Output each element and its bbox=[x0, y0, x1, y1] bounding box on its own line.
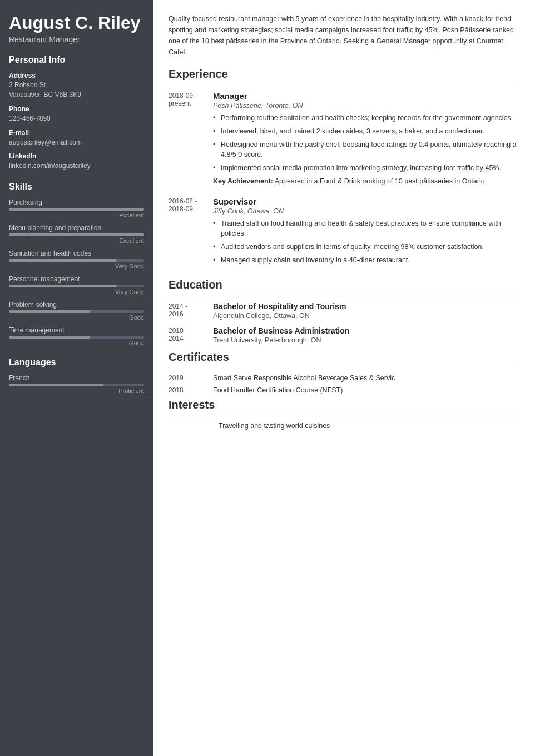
summary-text: Quality-focused restaurant manager with … bbox=[169, 13, 519, 58]
skill-level: Very Good bbox=[9, 289, 144, 295]
linkedin-label: LinkedIn bbox=[9, 152, 144, 160]
bullet-item: Interviewed, hired, and trained 2 kitche… bbox=[213, 126, 519, 137]
skill-name: Problem-solving bbox=[9, 301, 144, 309]
skill-bar-bg bbox=[9, 285, 144, 287]
skill-level: Very Good bbox=[9, 263, 144, 270]
bullet-item: Implemented social media promotion into … bbox=[213, 163, 519, 173]
skill-item: Purchasing Excellent bbox=[9, 198, 144, 218]
skill-bar-fill bbox=[9, 310, 90, 313]
skill-bar-fill bbox=[9, 208, 144, 211]
skill-bar-bg bbox=[9, 208, 144, 211]
job-title: Supervisor bbox=[213, 197, 519, 206]
interests-section-title: Interests bbox=[169, 399, 519, 414]
language-name: French bbox=[9, 374, 144, 382]
email-value: augustcriley@email.com bbox=[9, 138, 144, 147]
skill-item: Sanitation and health codes Very Good bbox=[9, 250, 144, 270]
skill-name: Menu planning and preparation bbox=[9, 224, 144, 232]
interests-text: Travelling and tasting world cuisines bbox=[219, 422, 519, 430]
job-title: Manager bbox=[213, 91, 519, 101]
education-entry: 2014 -2016 Bachelor of Hospitality and T… bbox=[169, 302, 519, 320]
skill-level: Excellent bbox=[9, 237, 144, 244]
skills-list: Purchasing Excellent Menu planning and p… bbox=[9, 198, 144, 346]
bullet-item: Managed supply chain and inventory in a … bbox=[213, 255, 519, 266]
skill-name: Sanitation and health codes bbox=[9, 250, 144, 257]
entry-date: 2016-08 -2018-09 bbox=[169, 197, 213, 268]
key-achievement: Key Achievement: Appeared in a Food & Dr… bbox=[213, 176, 519, 187]
bullets-list: Trained staff on food handling and healt… bbox=[213, 218, 519, 266]
email-label: E-mail bbox=[9, 129, 144, 137]
language-level: Proficient bbox=[9, 387, 144, 394]
languages-section-title: Languages bbox=[9, 357, 144, 367]
entry-date: 2018-09 -present bbox=[169, 91, 213, 187]
bullet-item: Trained staff on food handling and healt… bbox=[213, 218, 519, 240]
skills-section-title: Skills bbox=[9, 182, 144, 192]
skill-item: Menu planning and preparation Excellent bbox=[9, 224, 144, 244]
skill-bar-fill bbox=[9, 233, 144, 236]
candidate-name: August C. Riley bbox=[9, 13, 144, 33]
skill-name: Time management bbox=[9, 326, 144, 334]
bullet-item: Audited vendors and suppliers in terms o… bbox=[213, 242, 519, 252]
language-bar-fill bbox=[9, 384, 103, 386]
bullet-item: Performing routine sanitation and health… bbox=[213, 113, 519, 123]
skill-item: Problem-solving Good bbox=[9, 301, 144, 321]
certificates-section-title: Certificates bbox=[169, 351, 519, 366]
cert-year: 2018 bbox=[169, 386, 213, 394]
skill-bar-bg bbox=[9, 233, 144, 236]
skill-bar-fill bbox=[9, 259, 117, 262]
language-bar-bg bbox=[9, 384, 144, 386]
edu-content: Bachelor of Hospitality and Tourism Algo… bbox=[213, 302, 346, 320]
cert-name: Food Handler Certification Course (NFST) bbox=[213, 386, 343, 394]
edu-content: Bachelor of Business Administration Tren… bbox=[213, 326, 349, 344]
skill-item: Time management Good bbox=[9, 326, 144, 346]
phone-label: Phone bbox=[9, 105, 144, 113]
skill-level: Good bbox=[9, 314, 144, 321]
edu-school: Trent University, Peterborough, ON bbox=[213, 336, 349, 344]
education-list: 2014 -2016 Bachelor of Hospitality and T… bbox=[169, 302, 519, 344]
certificates-list: 2019 Smart Serve Responsible Alcohol Bev… bbox=[169, 374, 519, 394]
skill-level: Excellent bbox=[9, 212, 144, 218]
skill-bar-fill bbox=[9, 285, 117, 287]
entry-content: Manager Posh Pâtisserie, Toronto, ON Per… bbox=[213, 91, 519, 187]
edu-date: 2010 -2014 bbox=[169, 326, 213, 344]
phone-value: 123-456-7890 bbox=[9, 114, 144, 123]
personal-info-section-title: Personal Info bbox=[9, 55, 144, 65]
entry-content: Supervisor Jiffy Cook, Ottawa, ON Traine… bbox=[213, 197, 519, 268]
certificate-entry: 2018 Food Handler Certification Course (… bbox=[169, 386, 519, 394]
experience-section-title: Experience bbox=[169, 68, 519, 83]
edu-degree: Bachelor of Business Administration bbox=[213, 326, 349, 335]
company-name: Posh Pâtisserie, Toronto, ON bbox=[213, 102, 519, 110]
experience-list: 2018-09 -present Manager Posh Pâtisserie… bbox=[169, 91, 519, 268]
skill-bar-bg bbox=[9, 259, 144, 262]
skill-level: Good bbox=[9, 340, 144, 346]
experience-entry: 2018-09 -present Manager Posh Pâtisserie… bbox=[169, 91, 519, 187]
edu-degree: Bachelor of Hospitality and Tourism bbox=[213, 302, 346, 311]
edu-date: 2014 -2016 bbox=[169, 302, 213, 320]
skill-name: Personnel management bbox=[9, 275, 144, 283]
cert-name: Smart Serve Responsible Alcohol Beverage… bbox=[213, 374, 395, 382]
education-entry: 2010 -2014 Bachelor of Business Administ… bbox=[169, 326, 519, 344]
skill-bar-bg bbox=[9, 336, 144, 339]
address-value: 2 Robson StVancouver, BC V6B 3K9 bbox=[9, 81, 144, 100]
bullet-item: Redesigned menu with the pastry chef, bo… bbox=[213, 140, 519, 161]
address-label: Address bbox=[9, 72, 144, 79]
experience-entry: 2016-08 -2018-09 Supervisor Jiffy Cook, … bbox=[169, 197, 519, 268]
language-item: French Proficient bbox=[9, 374, 144, 394]
skill-name: Purchasing bbox=[9, 198, 144, 206]
main-content: Quality-focused restaurant manager with … bbox=[153, 0, 535, 756]
candidate-job-title: Restaurant Manager bbox=[9, 35, 144, 44]
education-section-title: Education bbox=[169, 278, 519, 294]
languages-list: French Proficient bbox=[9, 374, 144, 394]
company-name: Jiffy Cook, Ottawa, ON bbox=[213, 207, 519, 215]
bullets-list: Performing routine sanitation and health… bbox=[213, 113, 519, 173]
skill-bar-fill bbox=[9, 336, 90, 339]
certificate-entry: 2019 Smart Serve Responsible Alcohol Bev… bbox=[169, 374, 519, 382]
linkedin-value: linkedin.com/in/augustcriley bbox=[9, 161, 144, 171]
skill-item: Personnel management Very Good bbox=[9, 275, 144, 295]
sidebar: August C. Riley Restaurant Manager Perso… bbox=[0, 0, 153, 756]
edu-school: Algonquin College, Ottawa, ON bbox=[213, 312, 346, 320]
cert-year: 2019 bbox=[169, 374, 213, 382]
skill-bar-bg bbox=[9, 310, 144, 313]
